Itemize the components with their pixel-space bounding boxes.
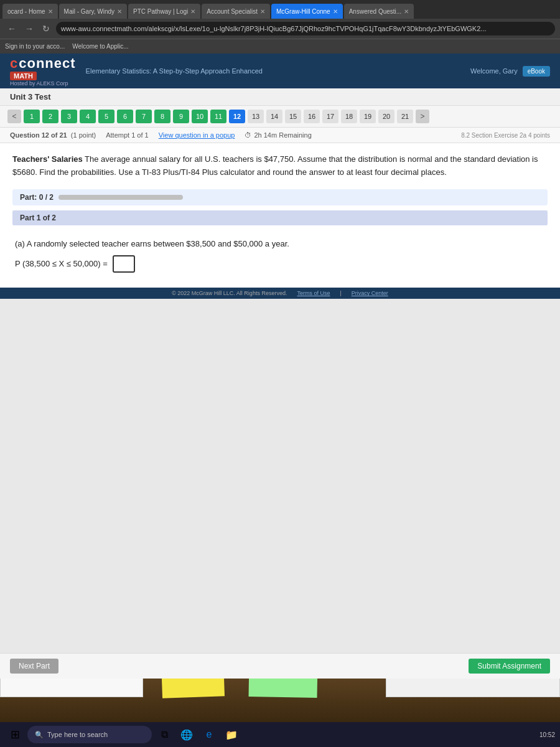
close-tab-icon[interactable]: ✕ (260, 8, 265, 15)
nav-arrow-right[interactable]: > (416, 110, 429, 123)
q-num-11[interactable]: 11 (210, 110, 226, 123)
question-body-text: The average annual salary for all U.S. t… (12, 154, 538, 177)
close-tab-icon[interactable]: ✕ (404, 8, 409, 15)
q-num-20[interactable]: 20 (378, 110, 394, 123)
tab-ptc[interactable]: PTC Pathway | Logi ✕ (128, 4, 200, 19)
desk-area: 18-2029 Birth: 2004-Present Death: 2005-… (0, 679, 560, 722)
taskbar-time: 10:52 (539, 731, 555, 738)
close-tab-icon[interactable]: ✕ (190, 8, 195, 15)
logo-c-icon: c (10, 55, 17, 72)
connect-logo: c connect MATH Hosted by ALEKS Corp (10, 55, 76, 87)
copyright-text: © 2022 McGraw Hill LLC. All Rights Reser… (172, 290, 287, 296)
tab-mcgraw[interactable]: McGraw-Hill Conne ✕ (271, 4, 343, 19)
taskbar-files[interactable]: 📁 (222, 725, 241, 745)
privacy-link[interactable]: Privacy Center (352, 290, 388, 296)
answer-input[interactable] (113, 255, 135, 273)
tab-answered[interactable]: Answered Questi... ✕ (344, 4, 414, 19)
question-info-bar: Question 12 of 21 (1 point) Attempt 1 of… (0, 128, 560, 143)
question-text: Teachers' Salaries The average annual sa… (12, 153, 548, 179)
taskbar-edge[interactable]: e (199, 725, 219, 745)
question-title: Teachers' Salaries (12, 154, 83, 164)
q-num-8[interactable]: 8 (154, 110, 170, 123)
question-navigator: < 1 2 3 4 5 6 7 8 9 10 11 12 13 14 15 16… (0, 106, 560, 128)
forward-button[interactable]: → (22, 22, 36, 35)
part-bar: Part: 0 / 2 (12, 189, 548, 205)
sticky-note-env: Environmental (227) 5915 (249, 679, 318, 698)
close-tab-icon[interactable]: ✕ (117, 8, 122, 15)
q-num-21[interactable]: 21 (397, 110, 413, 123)
tab-account[interactable]: Account Specialist ✕ (202, 4, 270, 19)
header-right: Welcome, Gary eBook (470, 66, 550, 77)
clock-icon: ⏱ (245, 131, 251, 139)
math-badge: MATH (10, 72, 37, 80)
sticky-note-radio: 102.9 FM 1090 AM (161, 679, 225, 698)
taskbar-search-box[interactable]: 🔍 Type here to search (27, 726, 152, 743)
q-num-1[interactable]: 1 (24, 110, 40, 123)
unit-label: Unit 3 Test (0, 88, 560, 106)
bookmark-welcome[interactable]: Welcome to Applic... (72, 43, 128, 50)
bookmark-signin[interactable]: Sign in to your acco... (5, 43, 65, 50)
close-tab-icon[interactable]: ✕ (333, 8, 338, 15)
vital-records-col: VITAL RECORDS VR24001-0 BIRTH/DEATH CERT… (389, 679, 557, 694)
browser-chrome: ocard - Home ✕ Mail - Gary, Windy ✕ PTC … (0, 0, 560, 54)
q-num-15[interactable]: 15 (285, 110, 301, 123)
hosted-by: Hosted by ALEKS Corp (10, 80, 76, 87)
taskbar-browser[interactable]: 🌐 (177, 725, 197, 745)
part-section-label: Part 1 of 2 (12, 210, 548, 225)
q-num-16[interactable]: 16 (304, 110, 320, 123)
submit-button[interactable]: Submit Assignment (469, 659, 550, 674)
welcome-text: Welcome, Gary (470, 67, 518, 75)
bottom-bar: Next Part Submit Assignment (0, 653, 560, 679)
q-num-18[interactable]: 18 (341, 110, 357, 123)
q-num-7[interactable]: 7 (136, 110, 152, 123)
question-number-label: Question 12 of 21 (1 point) (10, 131, 96, 139)
back-button[interactable]: ← (5, 22, 19, 35)
question-body: Teachers' Salaries The average annual sa… (0, 143, 560, 288)
part-label: Part: 0 / 2 (20, 193, 54, 202)
footer-separator: | (340, 290, 341, 296)
reload-button[interactable]: ↻ (40, 22, 52, 35)
next-part-button[interactable]: Next Part (10, 659, 58, 674)
page-content: c connect MATH Hosted by ALEKS Corp Elem… (0, 54, 560, 679)
q-num-4[interactable]: 4 (80, 110, 96, 123)
page-footer: © 2022 McGraw Hill LLC. All Rights Reser… (0, 288, 560, 299)
logo-connect-text: connect (19, 55, 75, 72)
part-progress-bar (58, 195, 183, 200)
taskbar-multitask[interactable]: ⧉ (154, 725, 174, 745)
start-button[interactable]: ⊞ (5, 725, 25, 745)
address-bar-row: ← → ↻ (0, 19, 560, 39)
nav-arrow-left[interactable]: < (7, 110, 21, 123)
q-num-2[interactable]: 2 (42, 110, 58, 123)
search-label: Type here to search (47, 731, 108, 738)
app-header: c connect MATH Hosted by ALEKS Corp Elem… (0, 54, 560, 88)
taskbar: ⊞ 🔍 Type here to search ⧉ 🌐 e 📁 10:52 (0, 722, 560, 747)
timer: ⏱ 2h 14m Remaining (245, 131, 311, 139)
q-num-14[interactable]: 14 (266, 110, 282, 123)
info-card: 18-2029 Birth: 2004-Present Death: 2005-… (0, 679, 143, 697)
q-num-10[interactable]: 10 (192, 110, 208, 123)
formula-text: P (38,500 ≤ X ≤ 50,000) = (15, 258, 108, 271)
close-tab-icon[interactable]: ✕ (48, 8, 53, 15)
q-num-19[interactable]: 19 (360, 110, 376, 123)
q-num-12[interactable]: 12 (229, 110, 245, 123)
ebook-button[interactable]: eBook (523, 66, 550, 77)
q-num-9[interactable]: 9 (173, 110, 189, 123)
attempt-label: Attempt 1 of 1 (106, 131, 148, 139)
section-reference: 8.2 Section Exercise 2a 4 points (461, 132, 550, 139)
tab-ocard[interactable]: ocard - Home ✕ (2, 4, 58, 19)
sub-question-text: (a) A randomly selected teacher earns be… (15, 238, 545, 251)
q-num-5[interactable]: 5 (98, 110, 114, 123)
tab-bar: ocard - Home ✕ Mail - Gary, Windy ✕ PTC … (0, 0, 560, 19)
answer-area: P (38,500 ≤ X ≤ 50,000) = (15, 255, 545, 273)
vital-records-doc: VITAL RECORDS VR24001-0 BIRTH/DEATH CERT… (386, 679, 560, 697)
q-num-6[interactable]: 6 (117, 110, 133, 123)
q-num-3[interactable]: 3 (61, 110, 77, 123)
app-subtitle: Elementary Statistics: A Step-by-Step Ap… (86, 67, 460, 75)
q-num-17[interactable]: 17 (322, 110, 338, 123)
q-num-13[interactable]: 13 (248, 110, 264, 123)
view-popup-link[interactable]: View question in a popup (159, 131, 235, 139)
terms-link[interactable]: Terms of Use (297, 290, 330, 296)
address-input[interactable] (56, 22, 555, 35)
tab-mail[interactable]: Mail - Gary, Windy ✕ (59, 4, 128, 19)
bookmarks-bar: Sign in to your acco... Welcome to Appli… (0, 39, 560, 54)
